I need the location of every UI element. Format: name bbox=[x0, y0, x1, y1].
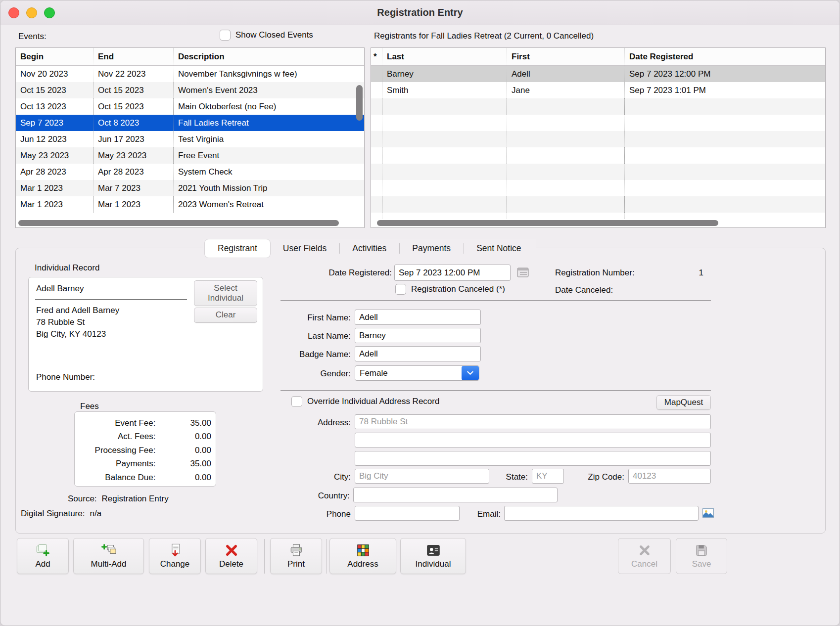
fee-value: 0.00 bbox=[155, 432, 216, 442]
source-line: Source:Registration Entry bbox=[68, 494, 169, 504]
add-button[interactable]: Add bbox=[17, 538, 69, 574]
override-address-checkbox[interactable] bbox=[291, 396, 302, 407]
email-input[interactable] bbox=[504, 506, 699, 521]
event-row[interactable]: Mar 1 2023Mar 1 20232023 Women's Retreat bbox=[16, 196, 364, 213]
save-button[interactable]: Save bbox=[676, 538, 727, 574]
state-input[interactable] bbox=[532, 469, 564, 484]
show-closed-events-checkbox[interactable] bbox=[220, 30, 231, 41]
gender-select[interactable]: Female bbox=[355, 365, 479, 381]
event-description: Test Virginia bbox=[173, 131, 364, 147]
digital-signature-value: n/a bbox=[90, 509, 101, 518]
registrants-column-date[interactable]: Date Registered bbox=[624, 48, 825, 65]
fee-row: Act. Fees:0.00 bbox=[75, 430, 216, 444]
event-row[interactable]: Oct 13 2023Oct 15 2023Main Oktoberfest (… bbox=[16, 98, 364, 115]
event-row[interactable]: Jun 12 2023Jun 17 2023Test Virginia bbox=[16, 131, 364, 147]
change-button[interactable]: Change bbox=[149, 538, 201, 574]
date-registered-input[interactable] bbox=[394, 265, 511, 281]
registrant-row[interactable]: SmithJaneSep 7 2023 1:01 PM bbox=[371, 82, 825, 98]
calendar-icon[interactable] bbox=[516, 267, 529, 278]
events-column-end[interactable]: End bbox=[93, 48, 173, 65]
event-begin-date: Jun 12 2023 bbox=[16, 131, 93, 147]
registrant-date-registered bbox=[624, 213, 825, 220]
registration-canceled-checkbox[interactable] bbox=[395, 284, 406, 295]
multi-add-button[interactable]: Multi-Add bbox=[73, 538, 144, 574]
individual-record-label: Individual Record bbox=[35, 263, 99, 273]
tab-sent-notice[interactable]: Sent Notice bbox=[464, 239, 534, 258]
events-horizontal-scrollbar-thumb[interactable] bbox=[18, 220, 339, 226]
show-closed-events-control: Show Closed Events bbox=[220, 30, 313, 41]
event-begin-date: Oct 13 2023 bbox=[16, 98, 93, 115]
individual-phone-label: Phone Number: bbox=[36, 372, 95, 382]
toolbar-button-label: Delete bbox=[219, 559, 243, 569]
address-line3-input[interactable] bbox=[355, 451, 711, 466]
zip-code-input[interactable] bbox=[628, 469, 711, 484]
toolbar-button-label: Address bbox=[347, 559, 378, 569]
address-line1-input[interactable] bbox=[355, 414, 711, 429]
registrants-column-first[interactable]: First bbox=[507, 48, 624, 65]
registrant-date-registered: Sep 7 2023 12:00 PM bbox=[624, 66, 825, 82]
country-input[interactable] bbox=[353, 488, 558, 502]
print-button[interactable]: Print bbox=[270, 538, 322, 574]
registrants-column-last[interactable]: Last bbox=[382, 48, 507, 65]
fee-row: Balance Due:0.00 bbox=[75, 471, 216, 485]
registrant-last-name bbox=[382, 180, 507, 196]
city-label: City: bbox=[238, 472, 351, 482]
event-description: 2023 Women's Retreat bbox=[173, 196, 364, 213]
registrant-detail-panel: RegistrantUser FieldsActivitiesPaymentsS… bbox=[15, 248, 826, 534]
toolbar-separator bbox=[264, 539, 265, 574]
address-button[interactable]: Address bbox=[329, 538, 396, 574]
toolbar-separator bbox=[326, 539, 327, 574]
tab-user-fields[interactable]: User Fields bbox=[270, 239, 340, 258]
last-name-input[interactable] bbox=[355, 328, 481, 343]
last-name-label: Last Name: bbox=[238, 331, 351, 341]
delete-icon bbox=[224, 543, 239, 558]
source-label: Source: bbox=[68, 494, 97, 503]
first-name-input[interactable] bbox=[355, 310, 481, 325]
phone-input[interactable] bbox=[355, 506, 460, 521]
badge-name-input[interactable] bbox=[355, 346, 481, 361]
registrants-horizontal-scrollbar-thumb[interactable] bbox=[377, 220, 718, 226]
individual-address-block: Fred and Adell Barney 78 Rubble St Big C… bbox=[36, 305, 119, 340]
city-input[interactable] bbox=[355, 469, 489, 484]
tab-registrant[interactable]: Registrant bbox=[205, 239, 270, 258]
close-window-button[interactable] bbox=[8, 7, 19, 18]
event-row[interactable]: Apr 28 2023Apr 28 2023System Check bbox=[16, 164, 364, 180]
registrant-row[interactable]: BarneyAdellSep 7 2023 12:00 PM bbox=[371, 66, 825, 82]
registrant-cancel-flag bbox=[371, 164, 382, 180]
address-line2-input[interactable] bbox=[355, 433, 711, 447]
registrant-first-name bbox=[507, 164, 624, 180]
events-column-description[interactable]: Description bbox=[173, 48, 364, 65]
toolbar-button-label: Individual bbox=[416, 559, 451, 569]
events-table-body: Nov 20 2023Nov 22 2023November Tanksgivn… bbox=[16, 66, 364, 220]
event-row[interactable]: Sep 7 2023Oct 8 2023Fall Ladies Retreat bbox=[16, 115, 364, 131]
individual-button[interactable]: Individual bbox=[400, 538, 466, 574]
titlebar[interactable]: Registration Entry bbox=[0, 0, 840, 25]
delete-button[interactable]: Delete bbox=[205, 538, 257, 574]
event-row[interactable]: May 23 2023May 23 2023Free Event bbox=[16, 147, 364, 164]
registrant-cancel-flag bbox=[371, 180, 382, 196]
email-picture-icon[interactable] bbox=[702, 507, 714, 519]
event-row[interactable]: Oct 15 2023Oct 15 2023Women's Event 2023 bbox=[16, 82, 364, 98]
address-icon bbox=[356, 543, 371, 558]
registrant-date-registered bbox=[624, 196, 825, 213]
minimize-window-button[interactable] bbox=[26, 7, 37, 18]
select-individual-button[interactable]: Select Individual bbox=[194, 280, 257, 306]
mapquest-button[interactable]: MapQuest bbox=[656, 395, 711, 410]
registrant-empty-row bbox=[371, 164, 825, 180]
events-column-begin[interactable]: Begin bbox=[16, 48, 93, 65]
events-vertical-scrollbar-thumb[interactable] bbox=[356, 85, 363, 121]
registrant-last-name bbox=[382, 147, 507, 164]
show-closed-events-label: Show Closed Events bbox=[235, 30, 313, 40]
tab-activities[interactable]: Activities bbox=[339, 239, 399, 258]
event-row[interactable]: Mar 1 2023Mar 7 20232021 Youth Mission T… bbox=[16, 180, 364, 196]
cancel-button[interactable]: Cancel bbox=[618, 538, 671, 574]
zoom-window-button[interactable] bbox=[44, 7, 55, 18]
event-begin-date: Oct 15 2023 bbox=[16, 82, 93, 98]
tab-payments[interactable]: Payments bbox=[399, 239, 464, 258]
registrant-date-registered bbox=[624, 147, 825, 164]
registrants-column-star[interactable]: * bbox=[371, 48, 382, 65]
event-row[interactable]: Nov 20 2023Nov 22 2023November Tanksgivn… bbox=[16, 66, 364, 82]
event-end-date: Mar 7 2023 bbox=[93, 180, 173, 196]
registrant-cancel-flag bbox=[371, 66, 382, 82]
event-description: 2021 Youth Mission Trip bbox=[173, 180, 364, 196]
